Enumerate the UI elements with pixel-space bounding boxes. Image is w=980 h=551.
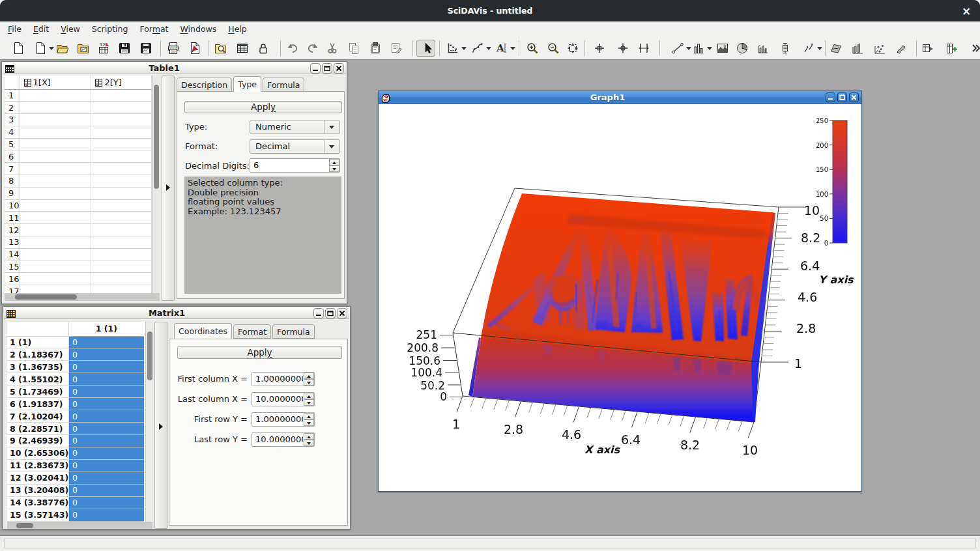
matrix-row-header[interactable]: 9 (2.46939): [7, 435, 69, 447]
matrix-row-header[interactable]: 1 (1): [7, 336, 69, 348]
table1-apply-button[interactable]: Apply: [184, 101, 342, 113]
dropdown-arrow-icon[interactable]: [486, 47, 491, 50]
matrix-cell-selected[interactable]: 0: [69, 484, 144, 496]
undo-icon[interactable]: [282, 39, 300, 57]
graph1-close-button[interactable]: [849, 92, 859, 102]
table-cell[interactable]: [91, 285, 152, 293]
matrix-row-header[interactable]: 10 (2.65306): [7, 447, 69, 459]
plot-3d-bar-icon[interactable]: [847, 39, 865, 57]
table-cell[interactable]: [91, 187, 152, 199]
matrix-row-header[interactable]: 5 (1.73469): [7, 386, 69, 398]
row-header[interactable]: 1: [5, 89, 20, 102]
plot-image-icon[interactable]: [712, 39, 730, 57]
type-combobox[interactable]: Numeric: [250, 120, 340, 134]
cut-icon[interactable]: [322, 39, 339, 57]
matrix-cell-selected[interactable]: 0: [69, 423, 144, 435]
menu-windows[interactable]: Windows: [174, 21, 222, 37]
table-cell[interactable]: [20, 102, 91, 114]
table-cell[interactable]: [20, 89, 91, 102]
spin-down-icon[interactable]: [304, 440, 314, 446]
zoom-out-icon[interactable]: [543, 39, 560, 57]
tab-coordinates[interactable]: Coordinates: [174, 323, 232, 339]
table-cell[interactable]: [20, 248, 91, 261]
matrix-cell-selected[interactable]: 0: [69, 361, 144, 373]
matrix1-maximize-button[interactable]: [325, 308, 336, 318]
data-reader-icon[interactable]: [612, 39, 630, 57]
pointer-icon[interactable]: [416, 40, 435, 57]
matrix-row-header[interactable]: 2 (1.18367): [7, 348, 69, 361]
table-cell[interactable]: [91, 150, 152, 163]
matrix-row-header[interactable]: 3 (1.36735): [7, 361, 69, 373]
table-cell[interactable]: [91, 163, 152, 175]
matrix-cell-selected[interactable]: 0: [69, 373, 144, 386]
spin-up-icon[interactable]: [329, 159, 339, 165]
matrix-row-header[interactable]: 4 (1.55102): [7, 373, 69, 386]
open-template-icon[interactable]: [73, 39, 91, 57]
spin-up-icon[interactable]: [304, 373, 314, 379]
tab-type[interactable]: Type: [233, 76, 261, 92]
row-header[interactable]: 8: [5, 175, 20, 188]
table-cell[interactable]: [91, 212, 152, 224]
row-header[interactable]: 13: [5, 236, 20, 249]
spin-down-icon[interactable]: [304, 379, 314, 386]
zoom-in-icon[interactable]: [522, 39, 540, 57]
row-header[interactable]: 15: [5, 261, 20, 273]
tab-format[interactable]: Format: [233, 324, 271, 339]
table-cell[interactable]: [91, 89, 152, 102]
plot-box-icon[interactable]: [775, 39, 792, 57]
graph1-maximize-button[interactable]: [837, 92, 847, 102]
matrix-cell-selected[interactable]: 0: [69, 386, 144, 398]
new-table-icon[interactable]: [30, 39, 54, 57]
matrix1-apply-button[interactable]: Apply: [177, 346, 342, 359]
window-close-icon[interactable]: ×: [958, 3, 975, 20]
table-cell[interactable]: [20, 138, 91, 150]
row-header[interactable]: 3: [5, 114, 20, 126]
spin-down-icon[interactable]: [329, 165, 339, 172]
menu-help[interactable]: Help: [222, 21, 253, 37]
row-header[interactable]: 11: [5, 212, 20, 224]
matrix-cell-selected[interactable]: 0: [69, 348, 144, 361]
rescale-icon[interactable]: [562, 39, 580, 57]
plot-3d-scatter-icon[interactable]: [869, 39, 887, 57]
matrix-row-header[interactable]: 13 (3.20408): [7, 484, 69, 496]
plot-3d-ribbon-icon[interactable]: [891, 39, 909, 57]
table-cell[interactable]: [20, 114, 91, 126]
coordinate-spinbox[interactable]: 10.00000000: [252, 392, 315, 406]
table-cell[interactable]: [91, 138, 152, 150]
table-cell[interactable]: [20, 126, 91, 138]
menu-file[interactable]: File: [2, 21, 27, 37]
tab-formula[interactable]: Formula: [263, 78, 305, 92]
matrix-row-header[interactable]: 11 (2.83673): [7, 459, 69, 472]
table-cell[interactable]: [20, 199, 91, 212]
row-header[interactable]: 2: [5, 102, 20, 114]
app-titlebar[interactable]: SciDAVis - untitled ×: [0, 0, 980, 21]
matrix-cell-selected[interactable]: 0: [69, 459, 144, 472]
spin-up-icon[interactable]: [304, 413, 314, 419]
table-cell[interactable]: [20, 150, 91, 163]
tab-formula[interactable]: Formula: [272, 324, 315, 339]
spin-down-icon[interactable]: [304, 399, 314, 406]
coordinate-spinbox[interactable]: 1.000000000: [252, 412, 315, 427]
matrix-row-header[interactable]: 8 (2.28571): [7, 423, 69, 435]
export-pdf-icon[interactable]: [184, 39, 202, 57]
table-cell[interactable]: [20, 285, 91, 293]
tab-description[interactable]: Description: [177, 78, 232, 92]
table-cell[interactable]: [20, 175, 91, 188]
dropdown-arrow-icon[interactable]: [510, 47, 515, 50]
graph1-minimize-button[interactable]: [826, 92, 835, 102]
table1-minimize-button[interactable]: [310, 63, 321, 74]
row-header[interactable]: 5: [5, 138, 20, 150]
new-legend-icon[interactable]: [442, 39, 467, 57]
row-header[interactable]: 17: [5, 285, 20, 293]
matrix-cell-selected[interactable]: 0: [69, 410, 144, 423]
matrix1-titlebar[interactable]: Matrix1: [4, 307, 349, 319]
matrix1-horizontal-scrollbar[interactable]: [7, 522, 152, 529]
matrix1-vertical-scrollbar[interactable]: [145, 322, 152, 522]
open-project-icon[interactable]: [52, 39, 70, 57]
matrix-row-header[interactable]: 15 (3.57143): [7, 509, 69, 521]
table-options-icon[interactable]: [917, 39, 935, 57]
row-header[interactable]: 14: [5, 248, 20, 261]
menu-edit[interactable]: Edit: [27, 21, 55, 37]
table-cell[interactable]: [20, 187, 91, 199]
matrix-cell-selected[interactable]: 0: [69, 509, 144, 521]
